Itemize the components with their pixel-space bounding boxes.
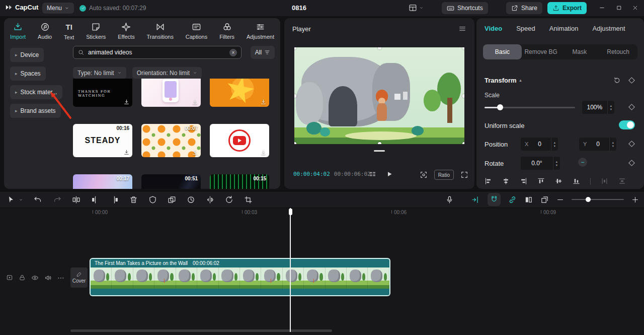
search-box[interactable]: × <box>73 46 242 59</box>
selection-handle[interactable] <box>378 142 381 144</box>
keyframe-icon[interactable] <box>628 141 635 147</box>
tab-effects[interactable]: Effects <box>116 21 136 41</box>
snap-to-playhead-icon[interactable] <box>471 195 480 204</box>
rotate-counterclockwise-icon[interactable]: − <box>578 158 587 167</box>
select-tool-caret-icon[interactable] <box>19 197 23 202</box>
keyframe-icon[interactable] <box>628 104 635 110</box>
split-icon[interactable] <box>72 195 80 204</box>
mirror-icon[interactable] <box>206 195 214 204</box>
clear-search-icon[interactable]: × <box>229 49 237 56</box>
uniform-scale-toggle[interactable] <box>619 120 635 129</box>
preview-canvas[interactable] <box>294 47 464 144</box>
playhead[interactable] <box>290 208 291 332</box>
undo-icon[interactable] <box>34 195 42 204</box>
minimize-button[interactable] <box>599 5 605 11</box>
menu-button[interactable]: Menu <box>42 3 74 14</box>
tab-import[interactable]: Import <box>8 21 28 41</box>
video-thumbnail[interactable]: 00:07 <box>141 124 201 157</box>
rotate-stepper[interactable]: ▴▾ <box>553 157 560 170</box>
mask-icon[interactable] <box>148 195 157 204</box>
selection-handle[interactable] <box>294 142 296 144</box>
zoom-slider-thumb[interactable] <box>586 197 591 202</box>
scale-value-box[interactable]: 100% ▴▾ <box>582 101 614 114</box>
tab-animation[interactable]: Animation <box>549 25 579 32</box>
distribute-horizontal-icon[interactable] <box>601 177 608 185</box>
playhead-handle[interactable] <box>289 209 292 215</box>
subtab-basic[interactable]: Basic <box>483 44 522 59</box>
frames-view-icon[interactable] <box>540 195 549 204</box>
y-stepper[interactable]: ▴▾ <box>609 138 616 151</box>
x-stepper[interactable]: ▴▾ <box>551 138 558 151</box>
frame-list-icon[interactable] <box>369 170 376 178</box>
search-input[interactable] <box>88 49 226 56</box>
tab-text[interactable]: TI Text <box>62 21 76 41</box>
download-icon[interactable] <box>123 149 130 156</box>
export-button[interactable]: Export <box>547 2 587 14</box>
record-voiceover-icon[interactable] <box>445 195 454 204</box>
stepper-down-icon[interactable]: ▾ <box>610 107 612 111</box>
align-top-icon[interactable] <box>537 177 545 185</box>
stepper-up-icon[interactable]: ▴ <box>554 141 555 144</box>
download-icon[interactable] <box>192 149 198 156</box>
keyframe-icon[interactable] <box>628 160 635 166</box>
zoom-out-icon[interactable] <box>556 196 564 204</box>
delete-icon[interactable] <box>129 195 138 204</box>
focus-frame-icon[interactable] <box>420 171 428 179</box>
subtab-remove-bg[interactable]: Remove BG <box>522 44 560 59</box>
align-center-horizontal-icon[interactable] <box>502 177 510 185</box>
stepper-up-icon[interactable]: ▴ <box>610 104 612 107</box>
zoom-in-icon[interactable] <box>631 196 639 204</box>
tab-filters[interactable]: Filters <box>217 21 236 41</box>
tab-adjustment[interactable]: Adjustment <box>245 21 276 41</box>
speaker-icon[interactable] <box>44 274 52 282</box>
position-y-box[interactable]: Y 0 ▴▾ <box>579 138 616 151</box>
magnet-snapping-button[interactable] <box>488 193 501 206</box>
selection-handle[interactable] <box>294 47 296 49</box>
selection-handle[interactable] <box>378 47 381 49</box>
trim-right-icon[interactable] <box>110 195 119 204</box>
timeline-clip[interactable]: The First Man Takes a Picture on the Wal… <box>91 259 389 295</box>
tab-stickers[interactable]: Stickers <box>84 21 108 41</box>
timeline-scrollbar[interactable] <box>70 329 332 332</box>
rotate-value-box[interactable]: 0.0° ▴▾ <box>521 157 560 170</box>
orientation-filter-chip[interactable]: Orientation: No limit <box>132 67 202 79</box>
ratio-button[interactable]: Ratio <box>434 170 454 180</box>
stepper-down-icon[interactable]: ▾ <box>554 144 555 148</box>
layout-selector[interactable] <box>409 4 424 12</box>
timeline[interactable]: 00:00 00:03 00:06 00:09 ⋯ Cover The Firs… <box>0 208 644 335</box>
video-thumbnail[interactable]: 00:16 STEADY <box>73 124 132 157</box>
play-icon[interactable] <box>385 170 393 178</box>
video-thumbnail[interactable] <box>141 79 201 107</box>
download-icon[interactable] <box>192 99 198 105</box>
share-button[interactable]: Share <box>506 2 542 14</box>
stepper-up-icon[interactable]: ▴ <box>612 141 614 144</box>
sidebar-item-device[interactable]: ▸ Device <box>10 48 44 62</box>
stepper-down-icon[interactable]: ▾ <box>556 163 557 167</box>
scale-slider-thumb[interactable] <box>497 104 503 110</box>
rotate-icon[interactable] <box>225 195 233 204</box>
video-thumbnail[interactable] <box>210 79 269 107</box>
distribute-vertical-icon[interactable] <box>618 177 626 185</box>
align-left-icon[interactable] <box>485 177 492 185</box>
cover-button[interactable]: Cover <box>70 267 88 288</box>
tab-adjustment-props[interactable]: Adjustment <box>593 25 625 32</box>
download-icon[interactable] <box>260 149 267 156</box>
all-filter-button[interactable]: All <box>251 46 275 59</box>
video-thumbnail[interactable] <box>210 124 269 157</box>
selection-handle[interactable] <box>462 47 464 49</box>
selection-handle[interactable] <box>462 142 464 144</box>
align-right-icon[interactable] <box>520 177 527 185</box>
freeze-frame-icon[interactable] <box>187 195 195 204</box>
align-middle-icon[interactable] <box>555 177 562 185</box>
crop-icon[interactable] <box>244 195 253 204</box>
selection-handle[interactable] <box>462 94 464 98</box>
video-thumbnail[interactable]: 00:51 <box>141 174 201 189</box>
video-thumbnail[interactable]: THANKS FOR WATCHING <box>73 79 132 107</box>
tab-speed[interactable]: Speed <box>516 25 535 32</box>
scale-slider[interactable] <box>485 107 575 108</box>
keyframe-icon[interactable] <box>628 77 635 84</box>
redo-icon[interactable] <box>53 195 61 204</box>
download-icon[interactable] <box>260 99 267 105</box>
more-icon[interactable]: ⋯ <box>57 274 64 282</box>
trim-left-icon[interactable] <box>91 195 100 204</box>
